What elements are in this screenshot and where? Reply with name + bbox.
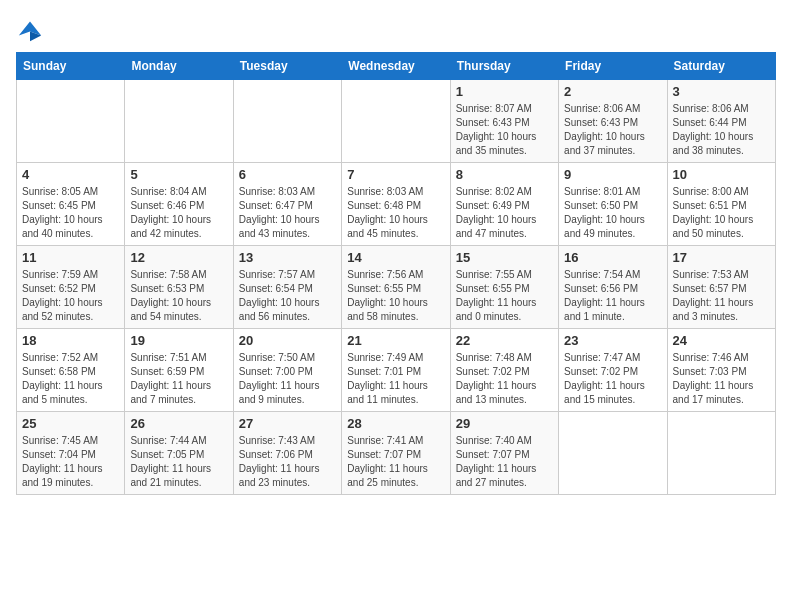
calendar-cell: 27Sunrise: 7:43 AM Sunset: 7:06 PM Dayli… (233, 412, 341, 495)
weekday-header-sunday: Sunday (17, 53, 125, 80)
calendar-cell: 7Sunrise: 8:03 AM Sunset: 6:48 PM Daylig… (342, 163, 450, 246)
calendar-cell: 25Sunrise: 7:45 AM Sunset: 7:04 PM Dayli… (17, 412, 125, 495)
calendar-week-row: 25Sunrise: 7:45 AM Sunset: 7:04 PM Dayli… (17, 412, 776, 495)
weekday-header-monday: Monday (125, 53, 233, 80)
calendar-cell: 5Sunrise: 8:04 AM Sunset: 6:46 PM Daylig… (125, 163, 233, 246)
day-info: Sunrise: 7:51 AM Sunset: 6:59 PM Dayligh… (130, 351, 227, 407)
weekday-header-wednesday: Wednesday (342, 53, 450, 80)
calendar-cell (667, 412, 775, 495)
page-header (16, 16, 776, 44)
calendar-cell (559, 412, 667, 495)
calendar-cell: 14Sunrise: 7:56 AM Sunset: 6:55 PM Dayli… (342, 246, 450, 329)
day-info: Sunrise: 7:58 AM Sunset: 6:53 PM Dayligh… (130, 268, 227, 324)
day-number: 21 (347, 333, 444, 348)
weekday-header-saturday: Saturday (667, 53, 775, 80)
day-info: Sunrise: 8:07 AM Sunset: 6:43 PM Dayligh… (456, 102, 553, 158)
day-number: 1 (456, 84, 553, 99)
calendar-cell (342, 80, 450, 163)
day-number: 23 (564, 333, 661, 348)
day-info: Sunrise: 7:50 AM Sunset: 7:00 PM Dayligh… (239, 351, 336, 407)
calendar-cell: 11Sunrise: 7:59 AM Sunset: 6:52 PM Dayli… (17, 246, 125, 329)
day-info: Sunrise: 7:41 AM Sunset: 7:07 PM Dayligh… (347, 434, 444, 490)
calendar-cell: 13Sunrise: 7:57 AM Sunset: 6:54 PM Dayli… (233, 246, 341, 329)
day-info: Sunrise: 8:01 AM Sunset: 6:50 PM Dayligh… (564, 185, 661, 241)
day-number: 15 (456, 250, 553, 265)
calendar-cell: 8Sunrise: 8:02 AM Sunset: 6:49 PM Daylig… (450, 163, 558, 246)
calendar-cell: 28Sunrise: 7:41 AM Sunset: 7:07 PM Dayli… (342, 412, 450, 495)
calendar-cell: 12Sunrise: 7:58 AM Sunset: 6:53 PM Dayli… (125, 246, 233, 329)
weekday-header-row: SundayMondayTuesdayWednesdayThursdayFrid… (17, 53, 776, 80)
day-number: 4 (22, 167, 119, 182)
day-number: 26 (130, 416, 227, 431)
day-info: Sunrise: 7:54 AM Sunset: 6:56 PM Dayligh… (564, 268, 661, 324)
weekday-header-tuesday: Tuesday (233, 53, 341, 80)
day-info: Sunrise: 7:43 AM Sunset: 7:06 PM Dayligh… (239, 434, 336, 490)
day-number: 8 (456, 167, 553, 182)
day-info: Sunrise: 8:03 AM Sunset: 6:48 PM Dayligh… (347, 185, 444, 241)
calendar-week-row: 4Sunrise: 8:05 AM Sunset: 6:45 PM Daylig… (17, 163, 776, 246)
calendar-cell: 26Sunrise: 7:44 AM Sunset: 7:05 PM Dayli… (125, 412, 233, 495)
day-info: Sunrise: 7:57 AM Sunset: 6:54 PM Dayligh… (239, 268, 336, 324)
calendar-cell: 21Sunrise: 7:49 AM Sunset: 7:01 PM Dayli… (342, 329, 450, 412)
day-number: 2 (564, 84, 661, 99)
calendar-table: SundayMondayTuesdayWednesdayThursdayFrid… (16, 52, 776, 495)
day-number: 18 (22, 333, 119, 348)
calendar-cell: 6Sunrise: 8:03 AM Sunset: 6:47 PM Daylig… (233, 163, 341, 246)
calendar-week-row: 1Sunrise: 8:07 AM Sunset: 6:43 PM Daylig… (17, 80, 776, 163)
logo (16, 16, 48, 44)
day-info: Sunrise: 7:53 AM Sunset: 6:57 PM Dayligh… (673, 268, 770, 324)
day-info: Sunrise: 8:04 AM Sunset: 6:46 PM Dayligh… (130, 185, 227, 241)
day-number: 25 (22, 416, 119, 431)
day-info: Sunrise: 7:40 AM Sunset: 7:07 PM Dayligh… (456, 434, 553, 490)
day-number: 24 (673, 333, 770, 348)
calendar-cell: 3Sunrise: 8:06 AM Sunset: 6:44 PM Daylig… (667, 80, 775, 163)
weekday-header-thursday: Thursday (450, 53, 558, 80)
day-info: Sunrise: 7:49 AM Sunset: 7:01 PM Dayligh… (347, 351, 444, 407)
day-info: Sunrise: 8:05 AM Sunset: 6:45 PM Dayligh… (22, 185, 119, 241)
day-info: Sunrise: 8:06 AM Sunset: 6:44 PM Dayligh… (673, 102, 770, 158)
day-number: 19 (130, 333, 227, 348)
day-number: 28 (347, 416, 444, 431)
day-info: Sunrise: 8:06 AM Sunset: 6:43 PM Dayligh… (564, 102, 661, 158)
calendar-cell: 24Sunrise: 7:46 AM Sunset: 7:03 PM Dayli… (667, 329, 775, 412)
logo-icon (16, 16, 44, 44)
day-info: Sunrise: 7:56 AM Sunset: 6:55 PM Dayligh… (347, 268, 444, 324)
calendar-week-row: 18Sunrise: 7:52 AM Sunset: 6:58 PM Dayli… (17, 329, 776, 412)
calendar-cell: 15Sunrise: 7:55 AM Sunset: 6:55 PM Dayli… (450, 246, 558, 329)
calendar-cell: 19Sunrise: 7:51 AM Sunset: 6:59 PM Dayli… (125, 329, 233, 412)
day-number: 13 (239, 250, 336, 265)
day-info: Sunrise: 7:46 AM Sunset: 7:03 PM Dayligh… (673, 351, 770, 407)
calendar-week-row: 11Sunrise: 7:59 AM Sunset: 6:52 PM Dayli… (17, 246, 776, 329)
day-number: 3 (673, 84, 770, 99)
day-info: Sunrise: 7:55 AM Sunset: 6:55 PM Dayligh… (456, 268, 553, 324)
calendar-cell: 18Sunrise: 7:52 AM Sunset: 6:58 PM Dayli… (17, 329, 125, 412)
day-number: 14 (347, 250, 444, 265)
calendar-cell: 20Sunrise: 7:50 AM Sunset: 7:00 PM Dayli… (233, 329, 341, 412)
calendar-cell: 17Sunrise: 7:53 AM Sunset: 6:57 PM Dayli… (667, 246, 775, 329)
day-number: 29 (456, 416, 553, 431)
calendar-cell (233, 80, 341, 163)
calendar-cell: 4Sunrise: 8:05 AM Sunset: 6:45 PM Daylig… (17, 163, 125, 246)
calendar-cell: 1Sunrise: 8:07 AM Sunset: 6:43 PM Daylig… (450, 80, 558, 163)
day-number: 12 (130, 250, 227, 265)
calendar-cell: 29Sunrise: 7:40 AM Sunset: 7:07 PM Dayli… (450, 412, 558, 495)
calendar-cell (17, 80, 125, 163)
calendar-cell: 23Sunrise: 7:47 AM Sunset: 7:02 PM Dayli… (559, 329, 667, 412)
calendar-cell: 10Sunrise: 8:00 AM Sunset: 6:51 PM Dayli… (667, 163, 775, 246)
calendar-cell: 22Sunrise: 7:48 AM Sunset: 7:02 PM Dayli… (450, 329, 558, 412)
calendar-cell: 9Sunrise: 8:01 AM Sunset: 6:50 PM Daylig… (559, 163, 667, 246)
day-info: Sunrise: 8:02 AM Sunset: 6:49 PM Dayligh… (456, 185, 553, 241)
day-number: 16 (564, 250, 661, 265)
day-info: Sunrise: 7:59 AM Sunset: 6:52 PM Dayligh… (22, 268, 119, 324)
day-info: Sunrise: 8:03 AM Sunset: 6:47 PM Dayligh… (239, 185, 336, 241)
calendar-cell: 2Sunrise: 8:06 AM Sunset: 6:43 PM Daylig… (559, 80, 667, 163)
weekday-header-friday: Friday (559, 53, 667, 80)
day-number: 5 (130, 167, 227, 182)
day-number: 22 (456, 333, 553, 348)
day-number: 10 (673, 167, 770, 182)
day-info: Sunrise: 7:47 AM Sunset: 7:02 PM Dayligh… (564, 351, 661, 407)
day-info: Sunrise: 7:45 AM Sunset: 7:04 PM Dayligh… (22, 434, 119, 490)
day-number: 6 (239, 167, 336, 182)
day-info: Sunrise: 7:44 AM Sunset: 7:05 PM Dayligh… (130, 434, 227, 490)
calendar-cell (125, 80, 233, 163)
